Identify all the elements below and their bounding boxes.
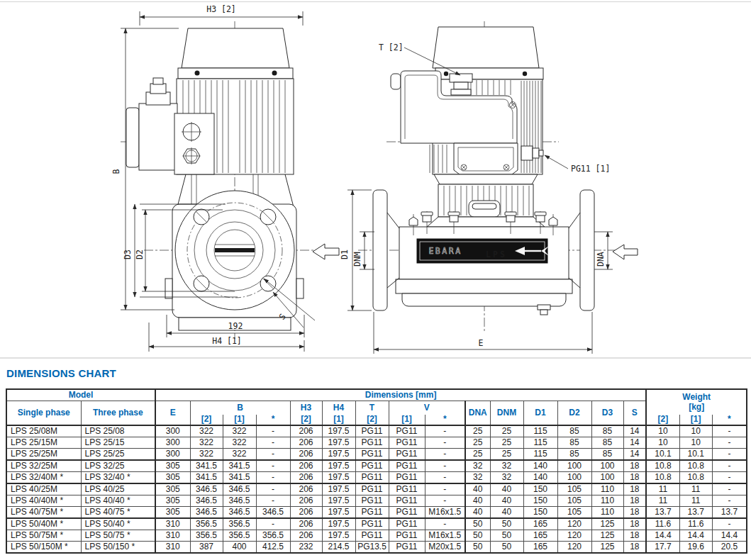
model-cell: LPS 40/25	[81, 483, 155, 495]
value-cell: 305	[155, 472, 190, 484]
value-cell: 322	[223, 437, 256, 449]
value-cell: PG11	[389, 472, 425, 484]
model-cell: LPS 25/25M	[6, 449, 81, 461]
model-cell: LPS 32/25	[81, 460, 155, 472]
value-cell: 197.5	[322, 425, 355, 437]
value-cell: 310	[155, 542, 190, 554]
value-cell: 300	[155, 449, 190, 461]
model-cell: LPS 40/75M *	[6, 507, 81, 519]
value-cell: 197.5	[322, 483, 355, 495]
value-cell: 346.5	[190, 483, 223, 495]
value-cell: 10	[679, 425, 712, 437]
value-cell: 10.8	[646, 472, 679, 484]
value-cell: PG13.5	[355, 542, 389, 554]
header-v-1: [1]	[389, 415, 425, 425]
value-cell: PG11	[389, 425, 425, 437]
header-d2: D2	[557, 401, 591, 426]
header-v-star: *	[425, 415, 465, 425]
value-cell: -	[425, 425, 465, 437]
table-row: LPS 40/75M *LPS 40/75 *305346.5346.5346.…	[6, 507, 747, 519]
value-cell: PG11	[389, 495, 425, 507]
model-cell: LPS 50/150 *	[81, 542, 155, 554]
value-cell: -	[256, 518, 290, 530]
value-cell: 14	[623, 449, 646, 461]
value-cell: 13.7	[712, 507, 747, 519]
value-cell: 197.5	[322, 530, 355, 542]
technical-drawings: H3 [2] B D3 D2	[0, 0, 751, 363]
header-e: E	[155, 401, 190, 426]
header-model: Model	[6, 389, 155, 401]
value-cell: 40	[490, 495, 523, 507]
value-cell: 40	[465, 495, 490, 507]
dim-h3: H3 [2]	[140, 4, 303, 26]
value-cell: 356.5	[223, 530, 256, 542]
value-cell: 13.7	[646, 507, 679, 519]
table-row: LPS 50/150M *LPS 50/150 *310387400412.52…	[6, 542, 747, 554]
value-cell: 305	[155, 495, 190, 507]
value-cell: 387	[190, 542, 223, 554]
value-cell: 32	[490, 460, 523, 472]
pump-side-view-drawing: EBARA LPS T [2] PG11 [1]	[340, 21, 638, 354]
value-cell: 85	[557, 437, 591, 449]
value-cell: -	[425, 495, 465, 507]
value-cell: -	[256, 483, 290, 495]
value-cell: 356.5	[223, 518, 256, 530]
value-cell: 25	[465, 449, 490, 461]
value-cell: -	[712, 425, 747, 437]
header-dnm: DNM	[490, 401, 523, 426]
dim-label-h3: H3 [2]	[206, 4, 236, 14]
value-cell: 197.5	[322, 518, 355, 530]
dim-pg11: PG11 [1]	[545, 155, 610, 174]
value-cell: 50	[465, 518, 490, 530]
value-cell: 310	[155, 518, 190, 530]
value-cell: 341.5	[190, 472, 223, 484]
value-cell: 120	[557, 518, 591, 530]
value-cell: -	[425, 460, 465, 472]
value-cell: PG11	[355, 460, 389, 472]
value-cell: 400	[223, 542, 256, 554]
value-cell: M16x1.5	[425, 530, 465, 542]
header-h3: H3	[290, 401, 322, 415]
table-row: LPS 32/25MLPS 32/25305341.5341.5-206197.…	[6, 460, 747, 472]
value-cell: 40	[465, 507, 490, 519]
header-b: B	[190, 401, 290, 415]
nameplate: EBARA LPS	[417, 239, 549, 263]
value-cell: 120	[557, 530, 591, 542]
value-cell: -	[256, 425, 290, 437]
value-cell: 110	[591, 495, 623, 507]
dim-label-pg11: PG11 [1]	[571, 164, 610, 174]
value-cell: 11	[646, 483, 679, 495]
value-cell: 214.5	[322, 542, 355, 554]
dim-label-d1: D1	[340, 250, 350, 259]
value-cell: PG11	[355, 472, 389, 484]
header-s: S	[623, 401, 646, 426]
value-cell: PG11	[355, 483, 389, 495]
header-t: T	[355, 401, 389, 415]
header-b-1: [1]	[223, 415, 256, 425]
table-row: LPS 25/15MLPS 25/15300322322-206197.5PG1…	[6, 437, 747, 449]
value-cell: 300	[155, 437, 190, 449]
value-cell: 206	[290, 495, 322, 507]
value-cell: 206	[290, 483, 322, 495]
value-cell: 120	[557, 542, 591, 554]
value-cell: PG11	[355, 530, 389, 542]
value-cell: 14.4	[712, 530, 747, 542]
table-row: LPS 25/08MLPS 25/08300322322-206197.5PG1…	[6, 425, 747, 437]
dim-label-d2: D2	[135, 250, 145, 259]
header-v: V	[389, 401, 465, 415]
value-cell: PG11	[389, 507, 425, 519]
value-cell: -	[425, 518, 465, 530]
value-cell: 14.4	[646, 530, 679, 542]
value-cell: 32	[465, 460, 490, 472]
value-cell: 18	[623, 530, 646, 542]
value-cell: -	[712, 437, 747, 449]
value-cell: PG11	[355, 425, 389, 437]
value-cell: 140	[523, 460, 557, 472]
dim-label-t: T [2]	[379, 43, 404, 52]
value-cell: 100	[591, 460, 623, 472]
value-cell: 206	[290, 472, 322, 484]
model-cell: LPS 40/25M	[6, 483, 81, 495]
value-cell: 341.5	[223, 472, 256, 484]
value-cell: 40	[465, 483, 490, 495]
value-cell: 140	[523, 472, 557, 484]
